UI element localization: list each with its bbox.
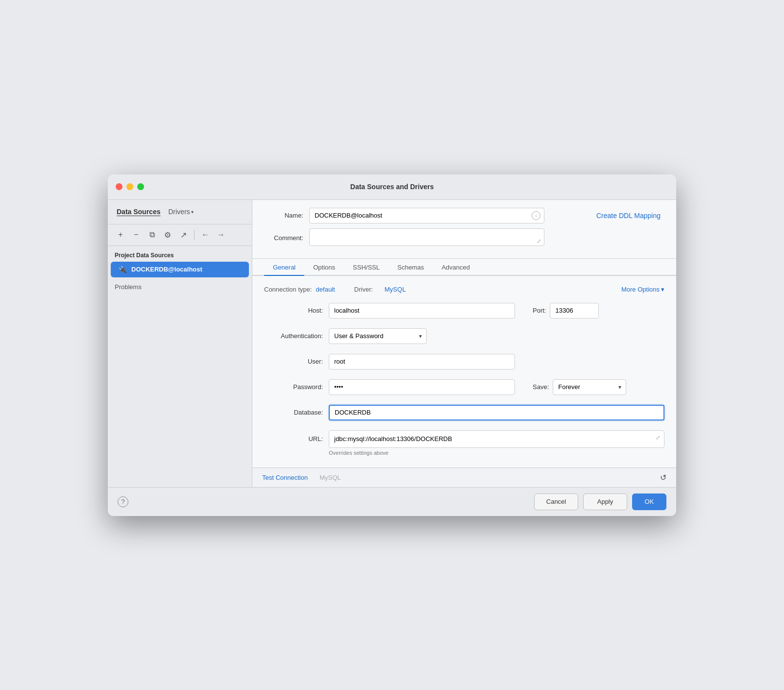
expand-icon: ⤢ — [537, 238, 541, 245]
save-group: Save: Forever Until restart Never — [533, 379, 626, 395]
sidebar-tab-bar: Data Sources Drivers ▾ — [108, 200, 252, 224]
footer: ? Cancel Apply OK — [108, 487, 676, 516]
form-header: Name: ○ Create DDL Mapping Comment: ⤢ — [252, 200, 676, 259]
connection-type-value[interactable]: default — [316, 286, 335, 293]
comment-wrap: ⤢ — [309, 228, 544, 247]
name-input[interactable] — [309, 208, 544, 223]
port-group: Port: — [533, 303, 599, 319]
connection-type-label: Connection type: — [264, 286, 312, 293]
form-body: Connection type: default Driver: MySQL M… — [252, 276, 676, 468]
sidebar-item-label: DOCKERDB@localhost — [131, 266, 202, 273]
user-label: User: — [264, 358, 323, 365]
save-select-wrap: Forever Until restart Never — [553, 379, 626, 395]
name-row: Name: ○ Create DDL Mapping — [264, 208, 664, 223]
right-panel: Name: ○ Create DDL Mapping Comment: ⤢ — [252, 200, 676, 487]
database-label: Database: — [264, 409, 323, 416]
footer-buttons: Cancel Apply OK — [534, 493, 666, 510]
url-input[interactable] — [329, 430, 664, 448]
tab-data-sources[interactable]: Data Sources — [114, 206, 163, 218]
tabs-bar: General Options SSH/SSL Schemas Advanced — [252, 259, 676, 276]
url-expand-icon: ⤢ — [656, 434, 661, 441]
auth-row: Authentication: User & Password No auth … — [264, 328, 664, 344]
window-title: Data Sources and Drivers — [350, 183, 434, 191]
comment-input[interactable] — [309, 228, 544, 246]
save-select[interactable]: Forever Until restart Never — [553, 379, 626, 395]
problems-section[interactable]: Problems — [108, 277, 252, 296]
content-area: Data Sources Drivers ▾ + − ⧉ ⚙ ↗ ← → Pro… — [108, 200, 676, 487]
forward-button[interactable]: → — [214, 228, 228, 242]
user-row: User: — [264, 354, 664, 370]
close-button[interactable] — [116, 183, 122, 190]
create-ddl-link[interactable]: Create DDL Mapping — [596, 212, 664, 220]
database-input[interactable] — [329, 405, 664, 420]
tab-general[interactable]: General — [264, 259, 304, 276]
save-label: Save: — [533, 383, 549, 391]
port-input[interactable] — [550, 303, 599, 319]
host-input[interactable] — [329, 303, 515, 319]
database-row: Database: — [264, 405, 664, 420]
bottom-driver-label: MySQL — [319, 474, 341, 481]
maximize-button[interactable] — [137, 183, 144, 190]
remove-button[interactable]: − — [129, 228, 143, 242]
url-row: URL: ⤢ Overrides settings above — [264, 430, 664, 456]
project-data-sources-label: Project Data Sources — [108, 246, 252, 262]
tab-advanced[interactable]: Advanced — [433, 259, 479, 276]
comment-row: Comment: ⤢ — [264, 228, 664, 247]
user-input[interactable] — [329, 354, 515, 370]
add-button[interactable]: + — [114, 228, 127, 242]
url-wrap: ⤢ — [329, 430, 664, 448]
more-options-chevron-icon: ▾ — [661, 286, 664, 293]
tab-drivers[interactable]: Drivers ▾ — [165, 206, 196, 218]
sidebar: Data Sources Drivers ▾ + − ⧉ ⚙ ↗ ← → Pro… — [108, 200, 252, 487]
test-connection-link[interactable]: Test Connection — [262, 474, 308, 481]
name-label: Name: — [264, 212, 303, 219]
driver-value[interactable]: MySQL — [385, 286, 406, 293]
name-input-wrap: ○ — [309, 208, 544, 223]
bottom-bar: Test Connection MySQL ↺ — [252, 468, 676, 487]
more-options-button[interactable]: More Options ▾ — [621, 286, 664, 293]
minimize-button[interactable] — [126, 183, 133, 190]
auth-label: Authentication: — [264, 332, 323, 340]
host-label: Host: — [264, 307, 323, 314]
tab-ssh-ssl[interactable]: SSH/SSL — [344, 259, 389, 276]
refresh-icon[interactable]: ↺ — [660, 473, 666, 482]
titlebar: Data Sources and Drivers — [108, 174, 676, 200]
port-label: Port: — [533, 307, 546, 314]
drivers-chevron-icon: ▾ — [191, 209, 194, 215]
tab-options[interactable]: Options — [304, 259, 344, 276]
comment-label: Comment: — [264, 234, 303, 242]
ok-button[interactable]: OK — [632, 493, 666, 510]
password-label: Password: — [264, 383, 323, 391]
auth-select-wrap: User & Password No auth LDAP Kerberos — [329, 328, 427, 344]
copy-button[interactable]: ⧉ — [145, 228, 159, 242]
apply-button[interactable]: Apply — [583, 493, 627, 510]
toolbar-separator — [194, 230, 195, 240]
main-window: Data Sources and Drivers Data Sources Dr… — [108, 174, 676, 516]
host-port-row: Host: Port: — [264, 303, 664, 319]
sidebar-toolbar: + − ⧉ ⚙ ↗ ← → — [108, 224, 252, 246]
back-button[interactable]: ← — [198, 228, 212, 242]
password-input[interactable] — [329, 379, 515, 395]
export-button[interactable]: ↗ — [176, 228, 190, 242]
settings-button[interactable]: ⚙ — [161, 228, 174, 242]
ct-divider — [343, 286, 346, 293]
name-icon: ○ — [532, 211, 540, 220]
url-note: Overrides settings above — [329, 450, 664, 456]
database-icon: 🔌 — [118, 265, 127, 274]
sidebar-item-dockerdb[interactable]: 🔌 DOCKERDB@localhost — [111, 262, 249, 277]
url-label: URL: — [264, 435, 323, 443]
tab-schemas[interactable]: Schemas — [389, 259, 433, 276]
driver-label: Driver: — [354, 286, 373, 293]
auth-select[interactable]: User & Password No auth LDAP Kerberos — [329, 328, 427, 344]
help-button[interactable]: ? — [118, 496, 128, 507]
titlebar-buttons — [116, 183, 144, 190]
connection-type-row: Connection type: default Driver: MySQL M… — [264, 286, 664, 293]
password-save-row: Password: Save: Forever Until restart Ne… — [264, 379, 664, 395]
cancel-button[interactable]: Cancel — [534, 493, 578, 510]
